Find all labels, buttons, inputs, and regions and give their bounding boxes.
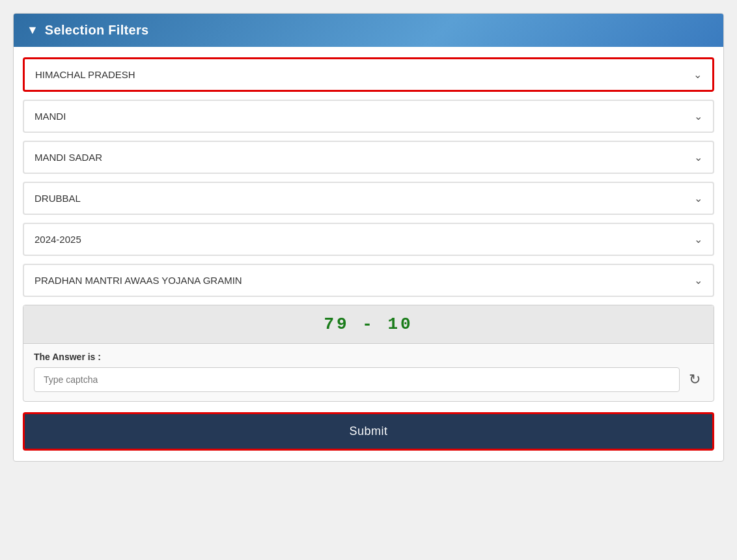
district-dropdown[interactable]: MANDI ⌄ (23, 100, 714, 133)
chevron-down-icon: ⌄ (694, 274, 702, 287)
captcha-input[interactable] (34, 367, 680, 392)
state-dropdown[interactable]: HIMACHAL PRADESH ⌄ (23, 57, 714, 92)
block-dropdown[interactable]: MANDI SADAR ⌄ (23, 141, 714, 174)
scheme-dropdown[interactable]: PRADHAN MANTRI AWAAS YOJANA GRAMIN ⌄ (23, 264, 714, 297)
captcha-label: The Answer is : (34, 352, 703, 362)
captcha-input-row: ↻ (34, 367, 703, 392)
header: ▼ Selection Filters (14, 14, 723, 47)
submit-wrapper: Submit (14, 412, 723, 461)
header-title: Selection Filters (45, 23, 149, 38)
district-value: MANDI (35, 111, 66, 122)
main-container: ▼ Selection Filters HIMACHAL PRADESH ⌄ M… (13, 13, 724, 462)
panchayat-value: DRUBBAL (35, 193, 81, 204)
captcha-section: 79 - 10 The Answer is : ↻ (23, 305, 714, 402)
panchayat-dropdown[interactable]: DRUBBAL ⌄ (23, 182, 714, 215)
scheme-value: PRADHAN MANTRI AWAAS YOJANA GRAMIN (35, 275, 242, 286)
captcha-input-area: The Answer is : ↻ (23, 344, 714, 401)
chevron-down-icon: ⌄ (694, 233, 702, 245)
captcha-expression: 79 - 10 (324, 315, 413, 334)
filter-icon: ▼ (27, 23, 38, 37)
chevron-down-icon: ⌄ (694, 192, 702, 204)
captcha-display: 79 - 10 (23, 305, 714, 344)
submit-button[interactable]: Submit (23, 412, 714, 451)
chevron-down-icon: ⌄ (694, 110, 702, 122)
chevron-down-icon: ⌄ (694, 151, 702, 163)
year-value: 2024-2025 (35, 234, 81, 245)
chevron-down-icon: ⌄ (693, 68, 702, 81)
block-value: MANDI SADAR (35, 152, 102, 163)
year-dropdown[interactable]: 2024-2025 ⌄ (23, 223, 714, 256)
filters-body: HIMACHAL PRADESH ⌄ MANDI ⌄ MANDI SADAR ⌄… (14, 47, 723, 412)
state-value: HIMACHAL PRADESH (35, 69, 135, 80)
captcha-refresh-button[interactable]: ↻ (686, 369, 703, 391)
